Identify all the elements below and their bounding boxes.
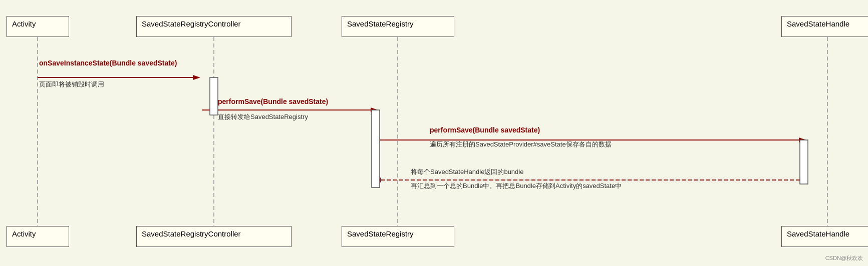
lifeline-activity-bottom: Activity [7, 226, 69, 247]
arrow1-sublabel: 页面即将被销毁时调用 [39, 80, 104, 89]
svg-marker-11 [373, 178, 381, 182]
svg-rect-13 [372, 110, 380, 188]
arrow2-sublabel: 直接转发给SavedStateRegistry [218, 112, 308, 122]
watermark: CSDN@秋欢欢 [825, 254, 863, 262]
arrow3-sublabel: 遍历所有注册的SavedStateProvider#saveState保存各自的… [430, 140, 612, 149]
arrow4-label: 将每个SavedStateHandle返回的bundle [411, 168, 523, 176]
lifeline-ssh-top: SavedStateHandle [781, 16, 868, 37]
lifeline-ssrc-top: SavedStateRegistryController [136, 16, 292, 37]
svg-marker-5 [193, 75, 200, 80]
arrow2-label: performSave(Bundle savedState) [218, 98, 328, 106]
arrow4-sublabel: 再汇总到一个总的Bundle中。再把总Bundle存储到Activity的sav… [411, 182, 622, 190]
lifeline-ssrc-bottom: SavedStateRegistryController [136, 226, 292, 247]
arrow1-label: onSaveInstanceState(Bundle savedState) [39, 59, 177, 67]
diagram-container: Activity SavedStateRegistryController Sa… [0, 0, 868, 266]
lifeline-ssr-bottom: SavedStateRegistry [342, 226, 454, 247]
lifeline-ssr-top: SavedStateRegistry [342, 16, 454, 37]
svg-rect-12 [210, 78, 218, 115]
svg-rect-14 [800, 140, 808, 184]
lifeline-ssh-bottom: SavedStateHandle [781, 226, 868, 247]
arrow3-label: performSave(Bundle savedState) [430, 126, 540, 134]
svg-marker-9 [799, 138, 806, 142]
svg-marker-7 [371, 108, 378, 112]
lifeline-activity-top: Activity [7, 16, 69, 37]
